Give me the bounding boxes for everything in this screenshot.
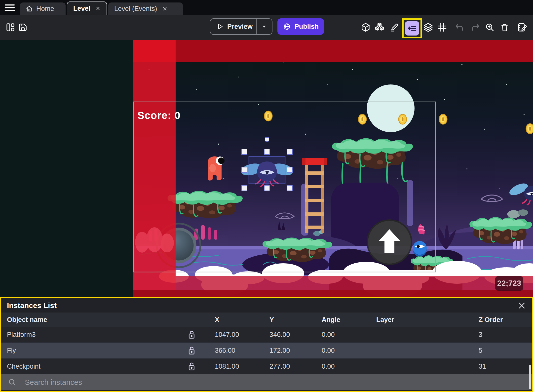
save-button[interactable] <box>17 20 29 34</box>
3d-box-button[interactable] <box>360 20 372 34</box>
instance-z-order: 3 <box>479 331 482 339</box>
editor-toolbar: Preview Publish <box>0 15 533 40</box>
column-header[interactable]: Layer <box>376 316 394 323</box>
undo-button[interactable] <box>454 20 465 34</box>
column-header[interactable]: Object name <box>7 316 47 323</box>
instance-angle: 0.00 <box>322 331 335 339</box>
layers-button[interactable] <box>422 20 434 34</box>
zoom-button[interactable] <box>484 20 496 34</box>
instance-angle: 0.00 <box>322 347 335 354</box>
column-header[interactable]: Z Order <box>479 316 503 323</box>
panel-title: Instances List <box>7 301 57 310</box>
moon[interactable] <box>367 84 415 132</box>
table-row-selected[interactable]: Fly 366.00 172.00 0.00 5 <box>1 343 532 358</box>
toolbar-divider <box>512 19 512 35</box>
instance-angle: 0.00 <box>322 363 335 370</box>
search-icon <box>8 378 16 387</box>
app-window: Home Level Level (Events) <box>0 0 533 392</box>
instance-y: 277.00 <box>269 363 290 370</box>
home-icon <box>26 5 33 12</box>
instances-list-icon <box>407 23 417 34</box>
tab-level-events[interactable]: Level (Events) <box>108 2 183 15</box>
redo-button[interactable] <box>469 20 481 34</box>
tab-label: Level (Events) <box>114 5 157 13</box>
score-text: Score: 0 <box>137 110 181 121</box>
unlock-icon[interactable] <box>188 330 196 340</box>
scene-editor-canvas[interactable]: Score: 0 22;723 <box>0 40 533 297</box>
globe-icon <box>283 23 291 31</box>
instance-y: 346.00 <box>269 331 290 339</box>
instances-table-header: Object name X Y Angle Layer Z Order <box>1 313 532 327</box>
instance-z-order: 31 <box>479 363 486 370</box>
search-bar <box>1 374 532 390</box>
instance-y: 172.00 <box>269 347 290 354</box>
instances-panel: Instances List Object name X Y Angle Lay… <box>0 297 533 392</box>
delete-button[interactable] <box>499 20 511 34</box>
toggle-panels-button[interactable] <box>4 20 16 34</box>
toolbar-divider <box>450 19 450 35</box>
search-instances-input[interactable] <box>24 378 373 387</box>
instance-x: 1047.00 <box>215 331 239 339</box>
instance-name: Platform3 <box>7 331 36 339</box>
close-icon[interactable] <box>162 6 168 11</box>
instance-x: 1081.00 <box>215 363 239 370</box>
tab-level[interactable]: Level <box>67 1 107 15</box>
game-scene <box>0 40 533 297</box>
jump-button[interactable] <box>367 220 412 264</box>
objects-list-button[interactable] <box>374 20 385 34</box>
panel-scrollbar[interactable] <box>529 365 531 389</box>
tab-home[interactable]: Home <box>20 2 66 15</box>
close-panel-icon[interactable] <box>518 301 526 310</box>
column-header[interactable]: Angle <box>322 316 340 323</box>
grid-button[interactable] <box>436 20 448 34</box>
instance-z-order: 5 <box>479 347 482 354</box>
publish-button[interactable]: Publish <box>277 18 324 35</box>
instance-name: Checkpoint <box>7 363 40 370</box>
chevron-down-icon <box>261 23 267 30</box>
preview-label: Preview <box>224 23 256 31</box>
edit-instance-button[interactable] <box>388 20 400 34</box>
instance-x: 366.00 <box>215 347 235 354</box>
top-tab-bar: Home Level Level (Events) <box>0 0 533 15</box>
tab-label: Level <box>73 5 90 12</box>
table-row[interactable]: Checkpoint 1081.00 277.00 0.00 31 <box>1 358 532 374</box>
column-header[interactable]: X <box>215 316 219 323</box>
unlock-icon[interactable] <box>188 362 196 371</box>
tab-label: Home <box>36 5 54 13</box>
instance-name: Fly <box>7 347 16 354</box>
publish-label: Publish <box>295 23 319 31</box>
column-header[interactable]: Y <box>269 316 274 323</box>
unlock-icon[interactable] <box>188 346 196 355</box>
preview-button[interactable]: Preview <box>210 18 272 35</box>
instances-panel-header: Instances List <box>1 298 532 313</box>
preview-dropdown-button[interactable] <box>257 23 272 30</box>
close-icon[interactable] <box>95 6 101 11</box>
play-icon <box>216 23 224 30</box>
table-row[interactable]: Platform3 1047.00 346.00 0.00 3 <box>1 327 532 343</box>
menu-hamburger-icon[interactable] <box>4 4 15 11</box>
cursor-coordinates-badge: 22;723 <box>495 276 523 291</box>
edit-scene-properties-button[interactable] <box>516 20 528 34</box>
instances-list-button[interactable] <box>405 21 419 36</box>
